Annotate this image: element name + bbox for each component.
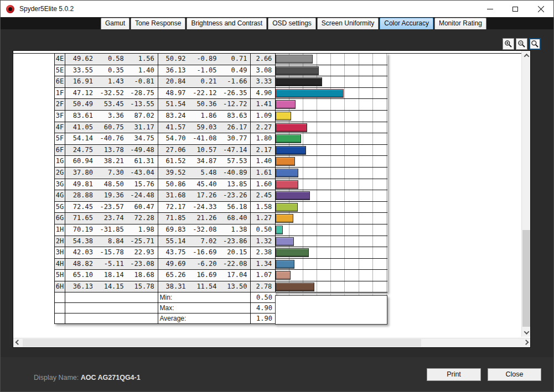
target-b: 61.31	[127, 156, 158, 167]
minimize-button[interactable]	[477, 1, 503, 17]
delta-e-bar	[276, 271, 291, 280]
delta-e-bar-cell	[276, 145, 387, 156]
target-l: 54.38	[65, 236, 96, 247]
delta-e-value: 2.17	[251, 145, 276, 156]
patch-id: 6E	[55, 76, 65, 87]
measured-l: 27.06	[158, 145, 189, 156]
table-row: 5H 65.10 18.14 18.68 65.26 16.69 17.04 1…	[55, 270, 387, 281]
tab-tone-response[interactable]: Tone Response	[131, 18, 185, 29]
delta-e-bar	[276, 66, 318, 75]
measured-l: 39.52	[158, 168, 189, 179]
tab-gamut[interactable]: Gamut	[101, 18, 130, 29]
table-row: 4G 28.88 19.36 -24.48 31.68 17.26 -23.26…	[55, 190, 387, 202]
scroll-right-button[interactable]	[521, 338, 530, 348]
delta-e-bar	[276, 123, 307, 132]
delta-e-bar-cell	[276, 236, 387, 247]
table-row: 3F 83.61 3.36 87.02 83.24 1.86 83.63 1.0…	[55, 111, 387, 122]
delta-e-bar	[276, 214, 293, 223]
measured-a: 0.21	[189, 76, 220, 87]
target-b: 1.98	[127, 224, 158, 236]
delta-e-value: 1.61	[251, 168, 276, 179]
max-label: Max:	[158, 303, 251, 313]
target-l: 72.45	[65, 202, 96, 213]
measured-b: 83.63	[220, 111, 251, 122]
vertical-scrollbar[interactable]	[521, 51, 530, 337]
horizontal-scrollbar-thumb[interactable]	[23, 339, 421, 347]
close-icon	[537, 6, 545, 13]
target-b: 60.47	[127, 202, 158, 213]
measured-l: 69.83	[158, 224, 189, 236]
target-l: 49.62	[65, 54, 96, 65]
scroll-up-button[interactable]	[522, 51, 531, 60]
measured-l: 72.17	[158, 202, 189, 213]
delta-e-value: 1.80	[251, 133, 276, 144]
measured-b: 56.18	[220, 202, 251, 213]
measured-b: 1.38	[220, 224, 251, 236]
target-b: 31.17	[127, 122, 158, 133]
delta-e-value: 1.41	[251, 99, 276, 110]
measured-a: 16.69	[189, 270, 220, 281]
target-l: 24.75	[65, 145, 96, 156]
table-row: 6G 71.65 23.74 72.28 71.85 21.26 68.40 1…	[55, 213, 387, 224]
scroll-left-button[interactable]	[13, 338, 22, 348]
delta-e-bar-cell	[276, 179, 387, 190]
patch-id: 1F	[55, 88, 65, 99]
zoom-in-button[interactable]	[503, 38, 514, 50]
measured-l: 61.52	[158, 156, 189, 167]
target-b: -28.75	[127, 88, 158, 99]
tab-monitor-rating[interactable]: Monitor Rating	[434, 18, 486, 29]
measured-b: 30.77	[220, 133, 251, 144]
close-button[interactable]: Close	[488, 368, 541, 381]
target-a: 0.35	[96, 65, 127, 76]
tab-screen-uniformity[interactable]: Screen Uniformity	[317, 18, 379, 29]
measured-a: 59.03	[189, 122, 220, 133]
patch-id: 5E	[55, 65, 65, 76]
maximize-icon	[512, 7, 518, 12]
vertical-scrollbar-thumb[interactable]	[522, 230, 530, 327]
tab-brightness-and-contrast[interactable]: Brightness and Contrast	[187, 18, 267, 29]
print-button[interactable]: Print	[427, 368, 481, 381]
tab-color-accuracy[interactable]: Color Accuracy	[380, 18, 433, 29]
measured-a: -1.05	[189, 65, 220, 76]
horizontal-scrollbar[interactable]	[13, 338, 530, 347]
measured-b: 13.50	[220, 281, 251, 292]
target-a: -15.78	[96, 247, 127, 258]
measured-l: 65.26	[158, 270, 189, 281]
measured-a: -24.33	[189, 202, 220, 213]
measured-a: -0.89	[189, 54, 220, 65]
scroll-down-button[interactable]	[522, 328, 531, 337]
target-b: -24.48	[127, 190, 158, 201]
patch-id: 2G	[55, 168, 65, 179]
measured-l: 41.57	[158, 122, 189, 133]
delta-e-bar-cell	[276, 99, 387, 110]
display-name-label: Display Name:	[34, 374, 79, 381]
patch-id: 4H	[55, 259, 65, 270]
magnifier-button[interactable]	[529, 38, 541, 50]
patch-id: 5F	[55, 133, 65, 144]
measured-b: 20.15	[220, 247, 251, 258]
results-panel: 4E 49.62 0.58 1.56 50.92 -0.89 0.71 2.66…	[13, 50, 531, 348]
tabs: GamutTone ResponseBrightness and Contras…	[101, 18, 486, 29]
target-b: 34.75	[127, 133, 158, 144]
measured-a: -16.69	[189, 247, 220, 258]
table-row: 1H 70.19 -31.85 1.98 69.83 -32.08 1.38 0…	[55, 224, 387, 236]
tab-osd-settings[interactable]: OSD settings	[268, 18, 316, 29]
maximize-button[interactable]	[503, 1, 528, 17]
measured-b: -26.35	[220, 88, 251, 99]
delta-e-bar-cell	[276, 88, 387, 99]
table-row: 3H 42.03 -15.78 22.93 43.75 -16.69 20.15…	[55, 247, 387, 259]
app-window: Spyder5Elite 5.0.2 GamutTone ResponseBri…	[0, 0, 554, 392]
target-l: 60.94	[65, 156, 96, 167]
close-window-button[interactable]	[528, 1, 553, 17]
measured-a: 1.86	[189, 111, 220, 122]
zoom-out-button[interactable]	[516, 38, 527, 50]
measured-b: 26.17	[220, 122, 251, 133]
target-l: 42.03	[65, 247, 96, 258]
chevron-left-icon	[15, 339, 20, 345]
delta-e-bar-cell	[276, 122, 387, 133]
target-b: -23.08	[127, 259, 158, 270]
table-row: 6E 16.91 1.43 -0.81 20.84 0.21 -1.66 3.3…	[55, 76, 387, 88]
target-l: 65.10	[65, 270, 96, 281]
patch-id: 4E	[55, 54, 65, 65]
delta-e-value: 3.08	[251, 65, 276, 76]
